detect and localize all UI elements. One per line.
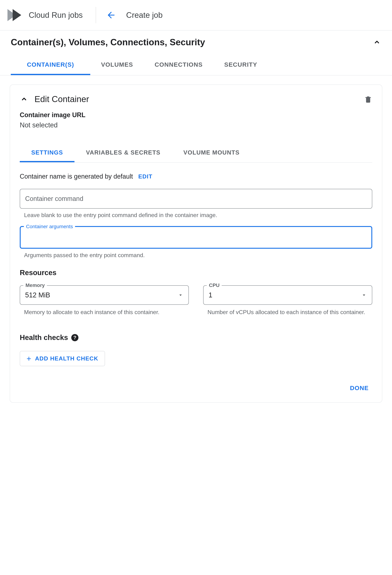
container-name-row: Container name is generated by default E… [20, 173, 372, 180]
container-arguments-helper: Arguments passed to the entry point comm… [24, 252, 372, 259]
container-arguments-input[interactable] [26, 234, 366, 241]
chevron-up-icon [20, 95, 28, 103]
delete-container-button[interactable] [364, 95, 372, 103]
resources-row: Memory 512 MiB Memory to allocate to eac… [20, 285, 372, 316]
section-tabs: CONTAINER(S) VOLUMES CONNECTIONS SECURIT… [0, 54, 392, 75]
container-name-desc: Container name is generated by default [20, 173, 133, 180]
container-image-url-value: Not selected [20, 121, 372, 129]
container-arguments-label: Container arguments [24, 224, 75, 229]
product-name: Cloud Run jobs [29, 11, 90, 20]
help-icon[interactable]: ? [71, 334, 78, 341]
memory-col: Memory 512 MiB Memory to allocate to eac… [20, 285, 189, 316]
section-title: Container(s), Volumes, Connections, Secu… [11, 37, 205, 48]
resources-heading: Resources [20, 269, 372, 277]
cloud-run-logo-icon [6, 6, 23, 24]
container-command-field[interactable] [20, 189, 372, 209]
health-checks-heading: Health checks [20, 334, 68, 342]
container-image-url-label: Container image URL [20, 111, 372, 119]
memory-helper: Memory to allocate to each instance of t… [24, 308, 189, 316]
dropdown-icon [361, 292, 367, 298]
container-card: Edit Container Container image URL Not s… [10, 84, 382, 403]
done-button[interactable]: DONE [347, 382, 372, 394]
cpu-col: CPU 1 Number of vCPUs allocated to each … [203, 285, 372, 316]
card-header: Edit Container [20, 94, 372, 104]
cpu-select[interactable]: CPU 1 [203, 285, 372, 305]
done-row: DONE [20, 382, 372, 394]
chevron-up-icon [373, 38, 381, 47]
back-button[interactable] [106, 10, 116, 20]
container-image-url-field: Container image URL Not selected [20, 111, 372, 129]
page-title: Create job [126, 11, 163, 20]
dropdown-icon [178, 292, 183, 298]
container-inner-tabs: SETTINGS VARIABLES & SECRETS VOLUME MOUN… [20, 144, 372, 163]
cpu-helper: Number of vCPUs allocated to each instan… [207, 308, 372, 316]
container-command-input[interactable] [25, 195, 367, 202]
edit-container-name-button[interactable]: EDIT [138, 173, 152, 180]
add-health-check-button[interactable]: + ADD HEALTH CHECK [20, 351, 105, 366]
card-title: Edit Container [34, 94, 89, 104]
add-health-check-label: ADD HEALTH CHECK [35, 355, 98, 362]
health-checks-row: Health checks ? [20, 334, 372, 342]
memory-label: Memory [23, 283, 47, 288]
section-header[interactable]: Container(s), Volumes, Connections, Secu… [0, 30, 392, 54]
tab-volume-mounts[interactable]: VOLUME MOUNTS [172, 144, 251, 162]
tab-volumes[interactable]: VOLUMES [90, 54, 144, 75]
container-arguments-field[interactable]: Container arguments [20, 226, 372, 249]
tab-security[interactable]: SECURITY [213, 54, 268, 75]
cpu-label: CPU [207, 283, 222, 288]
tab-settings[interactable]: SETTINGS [20, 144, 74, 162]
memory-value: 512 MiB [25, 291, 178, 299]
card-collapse-toggle[interactable]: Edit Container [20, 94, 89, 104]
tab-connections[interactable]: CONNECTIONS [144, 54, 214, 75]
app-bar: Cloud Run jobs Create job [0, 0, 392, 30]
tab-variables-secrets[interactable]: VARIABLES & SECRETS [74, 144, 172, 162]
memory-select[interactable]: Memory 512 MiB [20, 285, 189, 305]
cpu-value: 1 [209, 291, 361, 299]
plus-icon: + [26, 357, 31, 360]
tab-containers[interactable]: CONTAINER(S) [11, 54, 90, 75]
divider [96, 7, 96, 23]
svg-marker-1 [13, 9, 21, 21]
container-command-helper: Leave blank to use the entry point comma… [24, 212, 372, 218]
